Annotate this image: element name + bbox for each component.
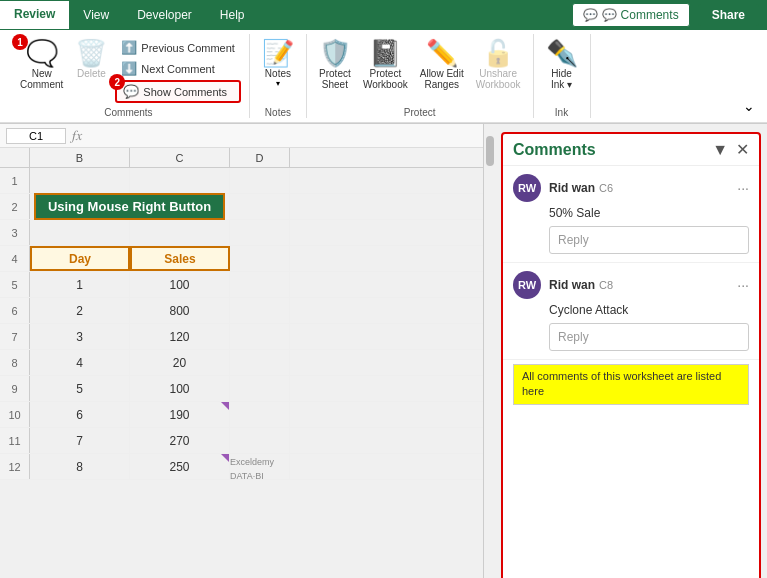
cell-c1[interactable] [130,168,230,193]
ribbon-group-notes: 📝 Notes ▾ Notes [250,34,307,118]
protect-workbook-label: ProtectWorkbook [363,68,408,90]
tab-view[interactable]: View [69,2,123,28]
cell-sales[interactable]: 270 [130,428,230,453]
allow-edit-ranges-icon: ✏️ [426,40,458,66]
reply-box-1[interactable]: Reply [549,226,749,254]
cell-day[interactable]: 6 [30,402,130,427]
notes-group-label: Notes [265,103,291,118]
name-box[interactable] [6,128,66,144]
reply-box-2[interactable]: Reply [549,323,749,351]
col-day-header: Day [30,246,130,271]
share-button[interactable]: Share [698,4,759,26]
cell-d8[interactable] [230,350,290,375]
table-row: 6 2 800 [0,298,483,324]
cell-d10[interactable] [230,402,290,427]
comments-panel-header: Comments ▼ ✕ [503,134,759,166]
cell-day[interactable]: 8 [30,454,130,479]
next-comment-label: Next Comment [141,63,214,75]
unshare-workbook-button[interactable]: 🔓 UnshareWorkbook [472,38,525,92]
cell-d9[interactable] [230,376,290,401]
row-number: 3 [0,220,30,245]
comment-text-2: Cyclone Attack [549,303,749,317]
protect-sheet-button[interactable]: 🛡️ ProtectSheet [315,38,355,92]
col-b-header: B [30,148,130,167]
allow-edit-ranges-button[interactable]: ✏️ Allow EditRanges [416,38,468,92]
previous-comment-button[interactable]: ⬆️ Previous Comment [115,38,241,57]
row-number: 8 [0,350,30,375]
comments-button[interactable]: 💬 💬 Comments [572,3,689,27]
panel-close-button[interactable]: ✕ [736,140,749,159]
previous-comment-label: Previous Comment [141,42,235,54]
comment-more-button-2[interactable]: ··· [737,277,749,293]
show-comments-button[interactable]: 2 💬 Show Comments [115,80,241,103]
cell-day[interactable]: 4 [30,350,130,375]
cell-d5[interactable] [230,272,290,297]
cell-day[interactable]: 5 [30,376,130,401]
step1-circle: 1 [12,34,30,50]
cell-day[interactable]: 1 [30,272,130,297]
new-comment-label: NewComment [20,68,63,90]
table-row: 7 3 120 [0,324,483,350]
col-c-header: C [130,148,230,167]
comment-author-1: Rid wan [549,181,595,195]
tab-help[interactable]: Help [206,2,259,28]
new-comment-icon: 🗨️ [26,40,58,66]
comment-cell-ref-2: C8 [599,279,613,291]
cell-sales[interactable]: 20 [130,350,230,375]
new-comment-button[interactable]: 1 🗨️ NewComment [16,38,67,92]
table-row: 11 7 270 [0,428,483,454]
comments-btn-label: 💬 Comments [602,8,678,22]
cell-day[interactable]: 2 [30,298,130,323]
cell-sales-with-comment[interactable]: 190 [130,402,230,427]
panel-filter-button[interactable]: ▼ [712,141,728,159]
sheet-rows: 1 2 Using Mouse Right Button 3 [0,168,483,480]
cell-d4[interactable] [230,246,290,271]
ribbon-group-comments: 1 🗨️ NewComment 🗑️ Delete ⬆️ Previous Co… [8,34,250,118]
next-comment-button[interactable]: ⬇️ Next Comment [115,59,241,78]
comments-group-top: 1 🗨️ NewComment 🗑️ Delete ⬆️ Previous Co… [16,34,241,103]
vertical-scrollbar[interactable] [483,124,495,578]
comment-item-2: RW Rid wan C8 ··· Cyclone Attack Reply [503,263,759,360]
table-row: 12 8 250 Exceldemy DATA·BI [0,454,483,480]
tab-review[interactable]: Review [0,1,69,29]
cell-d3[interactable] [230,220,290,245]
scrollbar-thumb[interactable] [486,136,494,166]
notes-button[interactable]: 📝 Notes ▾ [258,38,298,90]
comment-more-button-1[interactable]: ··· [737,180,749,196]
ribbon-group-ink: ✒️ HideInk ▾ Ink [534,34,591,118]
cell-sales[interactable]: 120 [130,324,230,349]
protect-sheet-icon: 🛡️ [319,40,351,66]
cell-d6[interactable] [230,298,290,323]
cell-b1[interactable] [30,168,130,193]
table-row: 10 6 190 [0,402,483,428]
table-row: 2 Using Mouse Right Button [0,194,483,220]
cell-d1[interactable] [230,168,290,193]
title-cell: Using Mouse Right Button [30,193,230,220]
cell-d12[interactable]: Exceldemy DATA·BI [230,454,290,479]
comment-avatar-2: RW [513,271,541,299]
collapse-ribbon-button[interactable]: ⌄ [739,94,759,118]
tab-developer[interactable]: Developer [123,2,206,28]
col-d-header: D [230,148,290,167]
cell-b3[interactable] [30,220,130,245]
watermark-text: Exceldemy DATA·BI [230,457,274,481]
notes-dropdown-icon: ▾ [276,79,280,88]
cell-sales[interactable]: 100 [130,376,230,401]
protect-workbook-button[interactable]: 📓 ProtectWorkbook [359,38,412,92]
cell-d11[interactable] [230,428,290,453]
cell-sales-with-comment2[interactable]: 250 [130,454,230,479]
cell-sales[interactable]: 800 [130,298,230,323]
cell-c3[interactable] [130,220,230,245]
cell-d7[interactable] [230,324,290,349]
protect-workbook-icon: 📓 [369,40,401,66]
comment-item-1: RW Rid wan C6 ··· 50% Sale Reply [503,166,759,263]
hide-ink-icon: ✒️ [546,40,578,66]
delete-comment-button[interactable]: 🗑️ Delete [71,38,111,81]
cell-day[interactable]: 7 [30,428,130,453]
cell-sales[interactable]: 100 [130,272,230,297]
table-row: 5 1 100 [0,272,483,298]
comment-indicator-2 [221,454,229,462]
hide-ink-button[interactable]: ✒️ HideInk ▾ [542,38,582,92]
cell-day[interactable]: 3 [30,324,130,349]
cell-d2[interactable] [230,194,290,219]
